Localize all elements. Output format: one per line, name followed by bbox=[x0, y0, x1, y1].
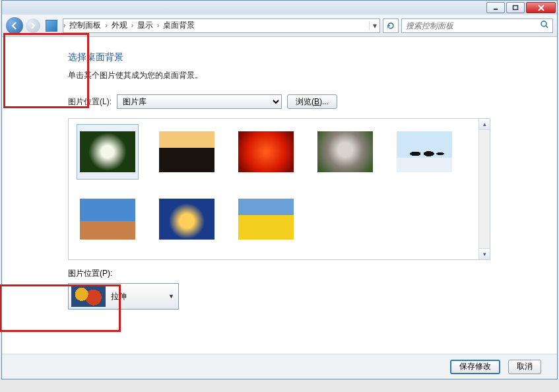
breadcrumb-dropdown[interactable]: ▾ bbox=[369, 21, 379, 30]
chevron-down-icon: ▼ bbox=[168, 293, 174, 300]
thumbnail-red-flower[interactable] bbox=[235, 124, 297, 180]
search-icon[interactable] bbox=[537, 20, 552, 32]
minimize-button[interactable] bbox=[486, 2, 505, 13]
page-subtitle: 单击某个图片使其成为您的桌面背景。 bbox=[68, 70, 539, 81]
breadcrumb-item[interactable]: 桌面背景 bbox=[159, 20, 199, 31]
scroll-down-button[interactable]: ▾ bbox=[479, 248, 490, 259]
navbar: › 控制面板 › 外观 › 显示 › 桌面背景 ▾ bbox=[2, 15, 557, 37]
scroll-up-button[interactable]: ▴ bbox=[479, 119, 490, 130]
nav-back-button[interactable] bbox=[6, 17, 23, 34]
search-box bbox=[401, 18, 553, 33]
cancel-button[interactable]: 取消 bbox=[508, 360, 541, 374]
image-location-combo[interactable]: 图片库 bbox=[117, 94, 282, 109]
image-preview bbox=[159, 199, 214, 240]
maximize-button[interactable] bbox=[506, 2, 525, 13]
image-preview bbox=[80, 199, 135, 240]
image-location-label: 图片位置(L): bbox=[68, 96, 112, 108]
breadcrumb-item[interactable]: 显示 bbox=[133, 20, 157, 31]
breadcrumb: › 控制面板 › 外观 › 显示 › 桌面背景 ▾ bbox=[63, 18, 380, 33]
position-preview-icon bbox=[71, 286, 106, 307]
image-location-row: 图片位置(L): 图片库 浏览(B)... bbox=[68, 94, 539, 109]
thumbnail-hydrangea[interactable] bbox=[77, 124, 139, 180]
location-icon bbox=[46, 20, 57, 32]
image-preview bbox=[80, 131, 135, 172]
thumbnail-penguins[interactable] bbox=[393, 124, 455, 180]
thumbnail-koala[interactable] bbox=[314, 124, 376, 180]
image-preview bbox=[317, 131, 373, 172]
thumbnail-desert[interactable] bbox=[77, 191, 139, 247]
page-title: 选择桌面背景 bbox=[68, 51, 539, 63]
save-button[interactable]: 保存修改 bbox=[450, 360, 500, 374]
position-value: 拉伸 bbox=[111, 291, 127, 302]
image-preview bbox=[397, 131, 452, 172]
position-label: 图片位置(P): bbox=[68, 268, 539, 279]
breadcrumb-item[interactable]: 外观 bbox=[108, 20, 131, 31]
position-combo[interactable]: 拉伸 ▼ bbox=[68, 283, 179, 310]
breadcrumb-item[interactable]: 控制面板 bbox=[65, 20, 105, 31]
thumbnail-panel: ▴ ▾ bbox=[68, 118, 490, 260]
thumbnail-jellyfish[interactable] bbox=[156, 191, 218, 247]
window-frame: › 控制面板 › 外观 › 显示 › 桌面背景 ▾ 选择桌面背景 单击某个图片使… bbox=[1, 0, 558, 379]
image-preview bbox=[159, 131, 214, 172]
thumbnail-lighthouse[interactable] bbox=[156, 124, 218, 180]
close-button[interactable] bbox=[526, 2, 556, 13]
titlebar bbox=[2, 1, 557, 15]
browse-button[interactable]: 浏览(B)... bbox=[287, 94, 337, 109]
content-area: 选择桌面背景 单击某个图片使其成为您的桌面背景。 图片位置(L): 图片库 浏览… bbox=[2, 37, 557, 354]
refresh-button[interactable] bbox=[383, 18, 399, 33]
scrollbar[interactable]: ▴ ▾ bbox=[478, 119, 490, 259]
position-section: 图片位置(P): 拉伸 ▼ bbox=[68, 268, 539, 310]
svg-rect-1 bbox=[513, 5, 518, 9]
image-preview bbox=[238, 131, 294, 172]
thumbnail-grid bbox=[69, 119, 478, 259]
thumbnail-tulips[interactable] bbox=[235, 191, 297, 247]
svg-point-2 bbox=[541, 21, 546, 26]
footer: 保存修改 取消 bbox=[2, 354, 557, 379]
svg-line-3 bbox=[546, 26, 548, 28]
nav-forward-button[interactable] bbox=[26, 18, 40, 33]
search-input[interactable] bbox=[402, 21, 537, 30]
image-preview bbox=[238, 199, 294, 240]
